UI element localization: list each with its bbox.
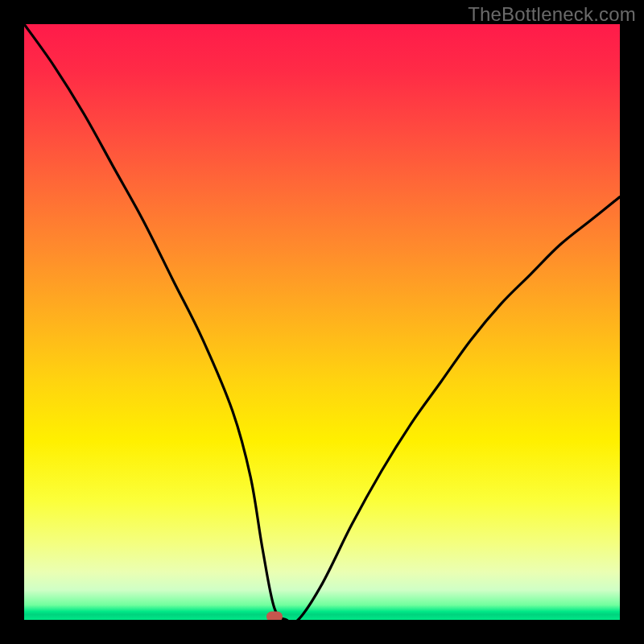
plot-area (24, 24, 620, 620)
optimal-point-marker (266, 612, 283, 620)
watermark-text: TheBottleneck.com (468, 3, 636, 26)
bottleneck-gradient-background (24, 24, 620, 620)
chart-frame: TheBottleneck.com (0, 0, 644, 644)
